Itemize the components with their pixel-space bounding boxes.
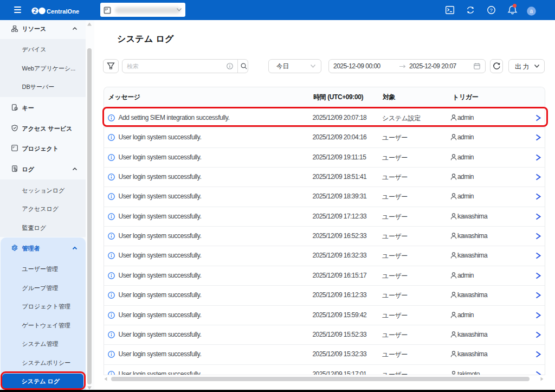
svg-text:2: 2 <box>33 8 36 14</box>
svg-text:a: a <box>530 8 533 14</box>
svg-text:?: ? <box>490 7 493 13</box>
